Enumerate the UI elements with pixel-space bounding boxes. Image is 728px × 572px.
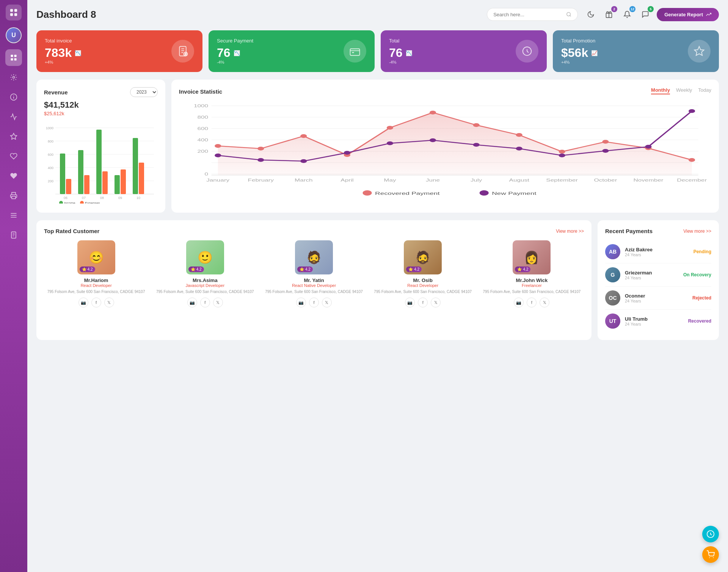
svg-point-100 (430, 138, 436, 142)
facebook-icon-3[interactable]: f (418, 298, 428, 307)
list-item: OC Oconner 24 Years Rejected (605, 287, 711, 310)
instagram-icon-1[interactable]: 📷 (187, 298, 197, 307)
stat-card-invoice: Total invoice 783k 📉 +4% (36, 30, 202, 72)
customer-avatar-1: 🙂 ⭐ 4.2 (186, 240, 224, 274)
year-select[interactable]: 2023 2022 2021 (130, 87, 158, 97)
search-box[interactable] (487, 8, 578, 21)
svg-text:Recovered Payment: Recovered Payment (375, 191, 440, 196)
stat-label-promotion: Total Promotion (561, 38, 598, 44)
payment-name-3: Uli Trumb (625, 316, 684, 322)
sidebar-item-info[interactable] (5, 89, 22, 105)
customer-avatar-0: 😊 ⭐ 4.2 (77, 240, 115, 274)
svg-text:February: February (248, 178, 274, 182)
svg-text:09: 09 (118, 196, 122, 200)
list-item: 👩 ⭐ 4.2 Mr.John Wick Freelancer 795 Fols… (480, 240, 584, 307)
tab-today[interactable]: Today (698, 87, 711, 94)
fab-cart[interactable] (702, 546, 719, 563)
generate-report-button[interactable]: Generate Report (657, 8, 719, 21)
payment-status-1: On Recovery (683, 272, 711, 277)
user-avatar[interactable]: U (6, 27, 22, 43)
bottom-row: Top Rated Customer View more >> 😊 ⭐ 4.2 … (36, 220, 719, 340)
twitter-icon-4[interactable]: 𝕏 (540, 298, 549, 307)
facebook-icon-2[interactable]: f (309, 298, 319, 307)
tab-weekly[interactable]: Weekly (676, 87, 692, 94)
svg-rect-32 (350, 49, 360, 56)
twitter-icon-0[interactable]: 𝕏 (104, 298, 114, 307)
svg-rect-49 (60, 154, 65, 194)
svg-text:May: May (384, 178, 396, 182)
customer-name-4: Mr.John Wick (516, 277, 548, 283)
svg-text:Income: Income (64, 201, 75, 204)
svg-point-83 (215, 144, 221, 148)
svg-text:600: 600 (197, 127, 208, 131)
sidebar-item-hearts[interactable] (5, 168, 22, 184)
svg-text:08: 08 (100, 196, 104, 200)
sidebar-item-likes[interactable] (5, 148, 22, 165)
svg-point-99 (387, 141, 393, 145)
payments-card: Recent Payments View more >> AB Aziz Bak… (598, 220, 719, 340)
svg-rect-56 (102, 171, 108, 194)
customer-social-2: 📷 f 𝕏 (296, 298, 332, 307)
stat-change-promotion: +4% (561, 60, 598, 64)
svg-point-102 (516, 147, 522, 150)
twitter-icon-2[interactable]: 𝕏 (322, 298, 332, 307)
customer-role-4: Freelancer (522, 283, 542, 288)
sidebar-item-settings[interactable] (5, 69, 22, 86)
bell-icon-btn[interactable]: 12 (620, 8, 634, 21)
sidebar-item-analytics[interactable] (5, 108, 22, 125)
svg-rect-17 (11, 232, 16, 238)
stat-label-invoice: Total invoice (45, 38, 81, 44)
customers-view-more[interactable]: View more >> (556, 229, 584, 234)
sidebar-item-favorites[interactable] (5, 128, 22, 145)
svg-text:0: 0 (205, 172, 209, 176)
sidebar-item-print[interactable] (5, 187, 22, 204)
twitter-icon-3[interactable]: 𝕏 (431, 298, 441, 307)
instagram-icon-0[interactable]: 📷 (78, 298, 88, 307)
stat-label-secure: Secure Payment (217, 38, 253, 44)
instagram-icon-3[interactable]: 📷 (405, 298, 415, 307)
svg-point-21 (567, 13, 571, 16)
revenue-title: Revenue (44, 89, 68, 96)
stat-card-promotion: Total Promotion $56k 📈 +4% (553, 30, 719, 72)
svg-point-88 (430, 111, 436, 114)
trend-icon-invoice: 📉 (75, 50, 81, 56)
svg-text:July: July (471, 178, 482, 182)
fab-support[interactable] (702, 526, 719, 542)
tab-monthly[interactable]: Monthly (651, 87, 670, 94)
svg-rect-13 (12, 196, 16, 199)
instagram-icon-2[interactable]: 📷 (296, 298, 306, 307)
svg-rect-58 (115, 175, 120, 194)
header-icons: 2 12 5 Generate Report (584, 8, 719, 21)
sidebar-logo[interactable] (6, 5, 22, 20)
rating-badge-3: ⭐ 4.2 (406, 266, 422, 272)
theme-toggle[interactable] (584, 8, 598, 21)
svg-rect-52 (78, 150, 83, 194)
svg-text:06: 06 (64, 196, 67, 200)
chat-badge: 5 (648, 6, 654, 12)
facebook-icon-1[interactable]: f (200, 298, 210, 307)
svg-text:August: August (509, 178, 529, 182)
svg-text:December: December (677, 178, 707, 182)
customer-social-3: 📷 f 𝕏 (405, 298, 441, 307)
svg-point-87 (387, 126, 393, 130)
facebook-icon-0[interactable]: f (91, 298, 101, 307)
svg-point-11 (13, 96, 14, 96)
svg-rect-55 (96, 130, 102, 194)
invoice-chart-card: Invoice Statistic Monthly Weekly Today (171, 80, 719, 213)
search-input[interactable] (493, 12, 563, 17)
payments-view-more[interactable]: View more >> (683, 229, 711, 234)
svg-point-105 (645, 145, 651, 149)
svg-rect-0 (10, 9, 13, 12)
sidebar-item-dashboard[interactable] (5, 49, 22, 66)
twitter-icon-1[interactable]: 𝕏 (213, 298, 223, 307)
sidebar-item-reports[interactable] (5, 227, 22, 243)
customer-name-0: Mr.Hariom (84, 277, 108, 283)
svg-point-8 (13, 77, 15, 78)
facebook-icon-4[interactable]: f (527, 298, 537, 307)
svg-text:June: June (426, 178, 440, 182)
instagram-icon-4[interactable]: 📷 (514, 298, 524, 307)
chat-icon-btn[interactable]: 5 (639, 8, 652, 21)
gift-icon-btn[interactable]: 2 (602, 8, 616, 21)
sidebar-item-menu[interactable] (5, 207, 22, 224)
payment-avatar-0: AB (605, 244, 620, 259)
